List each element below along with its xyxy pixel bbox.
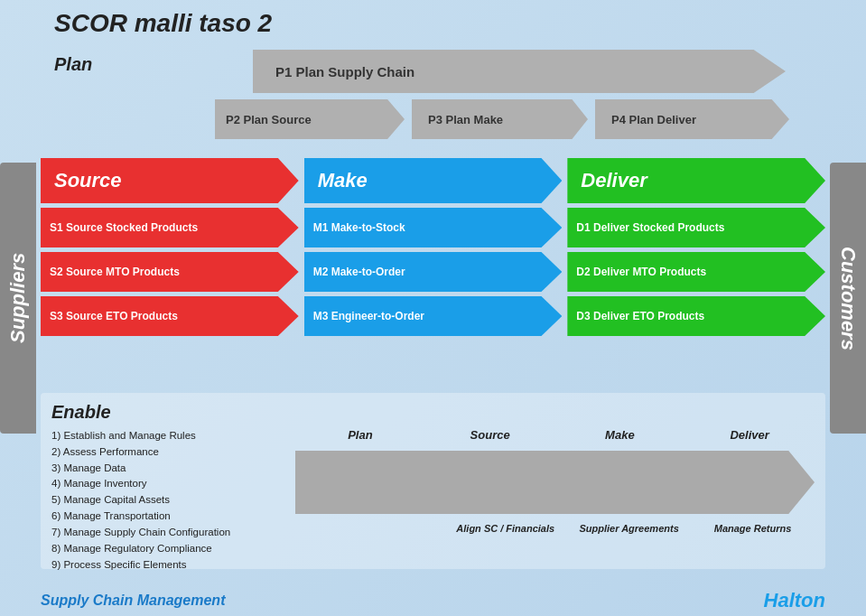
enable-content: 1) Establish and Manage Rules 2) Assess … [51, 428, 815, 573]
enable-list-item-6: 6) Manage Transportation [51, 509, 286, 525]
make-column: Make M1 Make-to-Stock M2 Make-to-Order M… [304, 158, 563, 384]
footer-left: Supply Chain Management [41, 593, 225, 609]
enable-list-item-2: 2) Assess Performance [51, 444, 286, 461]
enable-arrows: Plan Source Make Deliver Align SC / Fina… [295, 428, 815, 573]
footer-right: Halton [764, 589, 825, 612]
enable-list-item-7: 7) Manage Supply Chain Configuration [51, 525, 286, 541]
middle-section: Source S1 Source Stocked Products S2 Sou… [41, 158, 825, 384]
enable-big-arrow [295, 451, 815, 514]
enable-label-source: Source [425, 428, 555, 442]
deliver-column: Deliver D1 Deliver Stocked Products D2 D… [567, 158, 825, 384]
enable-bottom-label-align: Align SC / Financials [443, 523, 567, 534]
plan-label: Plan [54, 54, 92, 75]
make-item-m2: M2 Make-to-Order [304, 252, 563, 292]
deliver-item-d3: D3 Deliver ETO Products [567, 296, 825, 336]
footer: Supply Chain Management Halton [41, 589, 825, 612]
make-header: Make [304, 158, 563, 203]
enable-list-item-5: 5) Manage Capital Assets [51, 492, 286, 509]
page-title: SCOR malli taso 2 [54, 9, 857, 38]
make-item-m1: M1 Make-to-Stock [304, 208, 563, 247]
suppliers-label: Suppliers [0, 163, 36, 434]
plan-p1-arrow: P1 Plan Supply Chain [253, 50, 786, 93]
enable-list-item-4: 4) Manage Inventory [51, 476, 286, 492]
enable-list-item-9: 9) Process Specific Elements [51, 557, 286, 574]
enable-bottom-labels: Align SC / Financials Supplier Agreement… [295, 523, 815, 534]
source-item-s1: S1 Source Stocked Products [41, 208, 299, 247]
deliver-item-d1: D1 Deliver Stocked Products [567, 208, 825, 247]
enable-bottom-label-1 [295, 523, 443, 534]
make-item-m3: M3 Engineer-to-Order [304, 296, 563, 336]
footer-halton-rest: alton [778, 589, 825, 611]
source-item-s3: S3 Source ETO Products [41, 296, 299, 336]
enable-list-item-8: 8) Manage Regulatory Compliance [51, 541, 286, 557]
plan-row2: P2 Plan Source P3 Plan Make P4 Plan Deli… [45, 99, 821, 139]
enable-bottom-label-manage: Manage Returns [691, 523, 815, 534]
plan-p4-arrow: P4 Plan Deliver [595, 99, 789, 139]
source-column: Source S1 Source Stocked Products S2 Sou… [41, 158, 299, 384]
enable-list-item-3: 3) Manage Data [51, 461, 286, 477]
plan-p3-arrow: P3 Plan Make [412, 99, 588, 139]
plan-section: Plan P1 Plan Supply Chain P2 Plan Source… [45, 50, 821, 149]
source-item-s2: S2 Source MTO Products [41, 252, 299, 292]
enable-label-make: Make [555, 428, 685, 442]
enable-list-item-1: 1) Establish and Manage Rules [51, 428, 286, 444]
enable-title: Enable [51, 402, 815, 423]
enable-section: Enable 1) Establish and Manage Rules 2) … [41, 393, 825, 569]
enable-arrow-labels: Plan Source Make Deliver [295, 428, 815, 442]
footer-halton-h: H [764, 589, 778, 611]
main-container: SCOR malli taso 2 Suppliers Customers Pl… [0, 0, 866, 616]
plan-p2-arrow: P2 Plan Source [215, 99, 405, 139]
enable-bottom-label-supplier: Supplier Agreements [567, 523, 691, 534]
enable-list: 1) Establish and Manage Rules 2) Assess … [51, 428, 286, 573]
enable-label-deliver: Deliver [684, 428, 815, 442]
customers-label: Customers [830, 163, 866, 434]
enable-label-plan: Plan [295, 428, 425, 442]
deliver-item-d2: D2 Deliver MTO Products [567, 252, 825, 292]
source-header: Source [41, 158, 299, 203]
deliver-header: Deliver [567, 158, 825, 203]
